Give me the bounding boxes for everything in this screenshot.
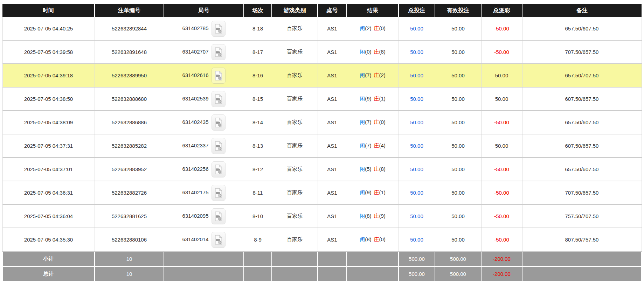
- video-replay-button[interactable]: [212, 114, 226, 131]
- col-round-no: 局号: [164, 4, 244, 17]
- cell-result: 闲(8)庄(9): [347, 204, 399, 228]
- summary-total-payout: -200.00: [481, 266, 522, 281]
- player-result-label: 闲: [360, 25, 365, 31]
- player-result-score: (9): [365, 189, 371, 195]
- col-total-bet: 总投注: [399, 4, 435, 17]
- cell-valid-bet: 50.00: [435, 158, 481, 181]
- table-row: 2025-07-05 04:37:01 522632883952 6314022…: [2, 158, 642, 181]
- cell-table-no: AS1: [318, 204, 347, 228]
- col-table-no: 桌号: [318, 4, 347, 17]
- table-footer: 小计 10 500.00 500.00 -200.00 总计 10 500.00…: [2, 251, 642, 281]
- table-row: 2025-07-05 04:40:25 522632892844 6314027…: [2, 17, 642, 40]
- player-result-label: 闲: [360, 49, 365, 55]
- cell-time: 2025-07-05 04:38:50: [2, 87, 95, 111]
- col-time: 时间: [2, 4, 95, 17]
- cell-bet-id: 522632881625: [95, 204, 164, 228]
- player-result-label: 闲: [360, 119, 365, 125]
- cell-session: 8-13: [244, 134, 272, 158]
- banker-result-label: 庄: [374, 166, 379, 172]
- cell-total-bet: 50.00: [399, 204, 435, 228]
- summary-empty-table: [318, 251, 347, 266]
- player-result-label: 闲: [360, 236, 365, 242]
- cell-time: 2025-07-05 04:38:09: [2, 111, 95, 134]
- summary-label: 总计: [2, 266, 95, 281]
- cell-table-no: AS1: [318, 228, 347, 251]
- table-row: 2025-07-05 04:39:58 522632891648 6314027…: [2, 40, 642, 64]
- cell-remark: 657.50/607.50: [522, 158, 642, 181]
- cell-round-no: 631402435: [164, 111, 244, 134]
- cell-total-bet: 50.00: [399, 158, 435, 181]
- banker-result-label: 庄: [374, 72, 379, 78]
- video-replay-button[interactable]: [212, 21, 226, 37]
- video-replay-button[interactable]: [212, 91, 226, 107]
- cell-result: 闲(9)庄(1): [347, 181, 399, 204]
- player-result-label: 闲: [360, 96, 365, 102]
- cell-game-type: 百家乐: [272, 64, 318, 87]
- video-replay-button[interactable]: [212, 161, 226, 177]
- cell-round-no: 631402785: [164, 17, 244, 40]
- table-row: 2025-07-05 04:36:04 522632881625 6314020…: [2, 204, 642, 228]
- cell-total-bet: 50.00: [399, 228, 435, 251]
- round-no-text: 631402175: [182, 189, 208, 195]
- cell-round-no: 631402256: [164, 158, 244, 181]
- cell-total-payout: 50.00: [481, 64, 522, 87]
- cell-remark: 657.50/707.50: [522, 64, 642, 87]
- cell-session: 8-18: [244, 17, 272, 40]
- round-no-text: 631402435: [182, 119, 208, 125]
- cell-time: 2025-07-05 04:37:01: [2, 158, 95, 181]
- cell-table-no: AS1: [318, 134, 347, 158]
- player-result-score: (9): [365, 96, 371, 102]
- cell-total-payout: -50.00: [481, 204, 522, 228]
- summary-empty-result: [347, 251, 399, 266]
- cell-game-type: 百家乐: [272, 181, 318, 204]
- cell-total-payout: -50.00: [481, 158, 522, 181]
- cell-session: 8-11: [244, 181, 272, 204]
- video-replay-button[interactable]: [212, 44, 226, 60]
- round-no-text: 631402785: [182, 25, 208, 31]
- cell-bet-id: 522632885282: [95, 134, 164, 158]
- cell-remark: 607.50/657.50: [522, 134, 642, 158]
- video-file-icon: [215, 118, 222, 127]
- cell-valid-bet: 50.00: [435, 204, 481, 228]
- cell-bet-id: 522632892844: [95, 17, 164, 40]
- banker-result-score: (8): [379, 49, 386, 55]
- video-file-icon: [215, 24, 222, 34]
- banker-result-score: (4): [379, 142, 386, 148]
- header-row: 时间 注单编号 局号 场次 游戏类别 桌号 结果 总投注 有效投注 总派彩 备注: [2, 4, 642, 17]
- cell-game-type: 百家乐: [272, 17, 318, 40]
- video-file-icon: [215, 71, 222, 81]
- cell-session: 8-12: [244, 158, 272, 181]
- bet-records-table: 时间 注单编号 局号 场次 游戏类别 桌号 结果 总投注 有效投注 总派彩 备注…: [2, 4, 642, 282]
- round-no-text: 631402539: [182, 95, 208, 101]
- cell-total-bet: 50.00: [399, 111, 435, 134]
- cell-total-payout: -50.00: [481, 181, 522, 204]
- banker-result-label: 庄: [374, 119, 379, 125]
- cell-round-no: 631402707: [164, 40, 244, 64]
- video-replay-button[interactable]: [212, 138, 226, 154]
- cell-table-no: AS1: [318, 64, 347, 87]
- round-no-text: 631402095: [182, 212, 208, 218]
- player-result-score: (7): [365, 142, 371, 148]
- cell-remark: 807.50/757.50: [522, 228, 642, 251]
- video-replay-button[interactable]: [212, 185, 226, 201]
- player-result-label: 闲: [360, 189, 365, 195]
- player-result-score: (8): [365, 236, 371, 242]
- video-file-icon: [215, 94, 222, 104]
- cell-time: 2025-07-05 04:40:25: [2, 17, 95, 40]
- cell-time: 2025-07-05 04:36:04: [2, 204, 95, 228]
- video-replay-button[interactable]: [212, 232, 226, 248]
- total-row: 总计 10 500.00 500.00 -200.00: [2, 266, 642, 281]
- video-replay-button[interactable]: [212, 208, 226, 224]
- cell-table-no: AS1: [318, 158, 347, 181]
- cell-round-no: 631402337: [164, 134, 244, 158]
- video-file-icon: [215, 165, 222, 174]
- cell-bet-id: 522632883952: [95, 158, 164, 181]
- banker-result-score: (1): [379, 96, 386, 102]
- cell-total-payout: 50.00: [481, 87, 522, 111]
- cell-session: 8-9: [244, 228, 272, 251]
- video-replay-button[interactable]: [212, 68, 226, 84]
- col-valid-bet: 有效投注: [435, 4, 481, 17]
- cell-remark: 657.50/607.50: [522, 111, 642, 134]
- cell-time: 2025-07-05 04:39:58: [2, 40, 95, 64]
- cell-result: 闲(7)庄(2): [347, 64, 399, 87]
